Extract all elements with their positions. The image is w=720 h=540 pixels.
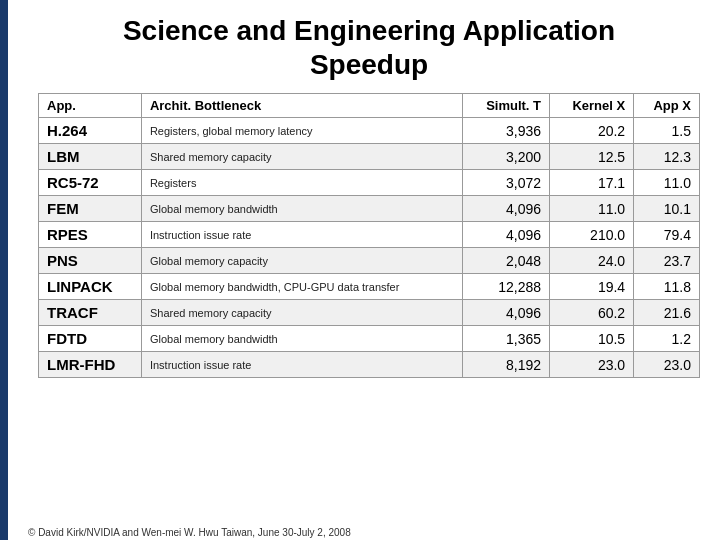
cell-app: LMR-FHD (39, 352, 142, 378)
cell-kernel: 210.0 (550, 222, 634, 248)
cell-appx: 11.0 (634, 170, 700, 196)
table-row: PNSGlobal memory capacity2,04824.023.7 (39, 248, 700, 274)
cell-appx: 1.5 (634, 118, 700, 144)
table-row: LBMShared memory capacity3,20012.512.3 (39, 144, 700, 170)
cell-appx: 23.7 (634, 248, 700, 274)
table-header-row: App. Archit. Bottleneck Simult. T Kernel… (39, 94, 700, 118)
title-line1: Science and Engineering Application (123, 15, 615, 46)
cell-bottleneck: Global memory bandwidth, CPU-GPU data tr… (141, 274, 462, 300)
cell-app: LBM (39, 144, 142, 170)
cell-simult: 4,096 (463, 300, 550, 326)
cell-bottleneck: Global memory bandwidth (141, 196, 462, 222)
cell-app: RPES (39, 222, 142, 248)
cell-appx: 11.8 (634, 274, 700, 300)
cell-bottleneck: Instruction issue rate (141, 352, 462, 378)
table-row: FEMGlobal memory bandwidth4,09611.010.1 (39, 196, 700, 222)
cell-bottleneck: Shared memory capacity (141, 300, 462, 326)
cell-app: TRACF (39, 300, 142, 326)
cell-simult: 4,096 (463, 196, 550, 222)
cell-appx: 79.4 (634, 222, 700, 248)
cell-app: LINPACK (39, 274, 142, 300)
cell-appx: 1.2 (634, 326, 700, 352)
footer-text: © David Kirk/NVIDIA and Wen-mei W. Hwu T… (28, 527, 351, 538)
table-row: H.264Registers, global memory latency3,9… (39, 118, 700, 144)
cell-app: H.264 (39, 118, 142, 144)
cell-appx: 21.6 (634, 300, 700, 326)
table-row: FDTDGlobal memory bandwidth1,36510.51.2 (39, 326, 700, 352)
cell-simult: 3,200 (463, 144, 550, 170)
cell-app: PNS (39, 248, 142, 274)
main-content: Science and Engineering Application Spee… (18, 0, 720, 540)
col-header-bottleneck: Archit. Bottleneck (141, 94, 462, 118)
cell-bottleneck: Instruction issue rate (141, 222, 462, 248)
table-body: H.264Registers, global memory latency3,9… (39, 118, 700, 378)
table-row: LMR-FHDInstruction issue rate8,19223.023… (39, 352, 700, 378)
cell-kernel: 23.0 (550, 352, 634, 378)
left-accent-bar (0, 0, 8, 540)
col-header-appx: App X (634, 94, 700, 118)
cell-simult: 12,288 (463, 274, 550, 300)
cell-bottleneck: Registers, global memory latency (141, 118, 462, 144)
cell-kernel: 24.0 (550, 248, 634, 274)
cell-kernel: 19.4 (550, 274, 634, 300)
cell-simult: 1,365 (463, 326, 550, 352)
cell-simult: 3,072 (463, 170, 550, 196)
cell-bottleneck: Global memory capacity (141, 248, 462, 274)
table-row: RC5-72Registers3,07217.111.0 (39, 170, 700, 196)
cell-simult: 3,936 (463, 118, 550, 144)
cell-appx: 10.1 (634, 196, 700, 222)
cell-appx: 23.0 (634, 352, 700, 378)
cell-simult: 2,048 (463, 248, 550, 274)
cell-app: FDTD (39, 326, 142, 352)
cell-kernel: 11.0 (550, 196, 634, 222)
table-row: LINPACKGlobal memory bandwidth, CPU-GPU … (39, 274, 700, 300)
col-header-app: App. (39, 94, 142, 118)
cell-kernel: 20.2 (550, 118, 634, 144)
col-header-kernel: Kernel X (550, 94, 634, 118)
cell-kernel: 10.5 (550, 326, 634, 352)
cell-kernel: 12.5 (550, 144, 634, 170)
speedup-table: App. Archit. Bottleneck Simult. T Kernel… (38, 93, 700, 378)
cell-bottleneck: Registers (141, 170, 462, 196)
cell-simult: 8,192 (463, 352, 550, 378)
cell-simult: 4,096 (463, 222, 550, 248)
cell-bottleneck: Global memory bandwidth (141, 326, 462, 352)
table-row: RPESInstruction issue rate4,096210.079.4 (39, 222, 700, 248)
cell-kernel: 17.1 (550, 170, 634, 196)
cell-bottleneck: Shared memory capacity (141, 144, 462, 170)
col-header-simult: Simult. T (463, 94, 550, 118)
cell-app: FEM (39, 196, 142, 222)
cell-appx: 12.3 (634, 144, 700, 170)
data-table-wrapper: App. Archit. Bottleneck Simult. T Kernel… (38, 93, 700, 378)
page-title: Science and Engineering Application Spee… (28, 14, 710, 81)
cell-kernel: 60.2 (550, 300, 634, 326)
title-line2: Speedup (310, 49, 428, 80)
table-row: TRACFShared memory capacity4,09660.221.6 (39, 300, 700, 326)
cell-app: RC5-72 (39, 170, 142, 196)
